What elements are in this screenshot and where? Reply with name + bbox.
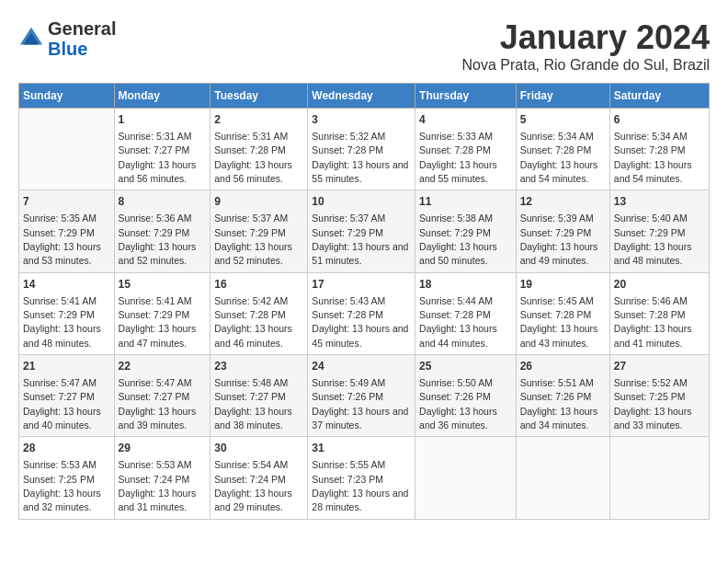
day-number: 10 [312, 194, 411, 210]
day-info: Sunrise: 5:48 AMSunset: 7:27 PMDaylight:… [214, 377, 292, 431]
week-row-4: 21 Sunrise: 5:47 AMSunset: 7:27 PMDaylig… [19, 355, 710, 437]
header-day-saturday: Saturday [609, 84, 709, 109]
day-cell: 12 Sunrise: 5:39 AMSunset: 7:29 PMDaylig… [516, 190, 609, 272]
day-info: Sunrise: 5:35 AMSunset: 7:29 PMDaylight:… [23, 213, 101, 266]
page-header: General Blue January 2024 Nova Prata, Ri… [18, 18, 710, 74]
day-info: Sunrise: 5:34 AMSunset: 7:28 PMDaylight:… [520, 131, 598, 184]
day-cell: 31 Sunrise: 5:55 AMSunset: 7:23 PMDaylig… [308, 437, 415, 519]
day-number: 12 [520, 194, 606, 210]
day-cell: 5 Sunrise: 5:34 AMSunset: 7:28 PMDayligh… [516, 109, 609, 190]
calendar-header: SundayMondayTuesdayWednesdayThursdayFrid… [19, 84, 710, 109]
day-number: 28 [23, 441, 110, 456]
day-cell: 23 Sunrise: 5:48 AMSunset: 7:27 PMDaylig… [210, 355, 308, 437]
day-number: 24 [312, 359, 411, 374]
header-day-monday: Monday [114, 84, 210, 109]
day-cell: 30 Sunrise: 5:54 AMSunset: 7:24 PMDaylig… [210, 437, 308, 519]
week-row-2: 7 Sunrise: 5:35 AMSunset: 7:29 PMDayligh… [19, 190, 710, 272]
day-number: 4 [419, 112, 512, 128]
header-row: SundayMondayTuesdayWednesdayThursdayFrid… [19, 84, 710, 109]
day-number: 6 [614, 112, 705, 128]
day-info: Sunrise: 5:47 AMSunset: 7:27 PMDaylight:… [119, 377, 197, 431]
day-info: Sunrise: 5:37 AMSunset: 7:29 PMDaylight:… [312, 213, 408, 266]
day-info: Sunrise: 5:41 AMSunset: 7:29 PMDaylight:… [23, 295, 101, 349]
day-cell: 2 Sunrise: 5:31 AMSunset: 7:28 PMDayligh… [210, 109, 308, 190]
day-number: 21 [23, 359, 110, 374]
day-cell: 4 Sunrise: 5:33 AMSunset: 7:28 PMDayligh… [415, 109, 517, 190]
day-info: Sunrise: 5:45 AMSunset: 7:28 PMDaylight:… [520, 295, 598, 349]
day-cell: 29 Sunrise: 5:53 AMSunset: 7:24 PMDaylig… [114, 437, 210, 519]
day-cell: 14 Sunrise: 5:41 AMSunset: 7:29 PMDaylig… [19, 272, 115, 354]
day-number: 7 [23, 194, 110, 210]
day-cell: 26 Sunrise: 5:51 AMSunset: 7:26 PMDaylig… [516, 355, 609, 437]
header-day-tuesday: Tuesday [210, 84, 308, 109]
day-number: 23 [214, 359, 303, 374]
day-cell [609, 437, 709, 519]
day-number: 1 [119, 112, 207, 128]
header-day-sunday: Sunday [19, 84, 115, 109]
day-number: 3 [312, 112, 411, 128]
day-cell: 18 Sunrise: 5:44 AMSunset: 7:28 PMDaylig… [415, 272, 517, 354]
day-info: Sunrise: 5:47 AMSunset: 7:27 PMDaylight:… [23, 377, 101, 431]
day-number: 26 [520, 359, 606, 374]
day-info: Sunrise: 5:36 AMSunset: 7:29 PMDaylight:… [119, 213, 197, 266]
day-info: Sunrise: 5:31 AMSunset: 7:28 PMDaylight:… [214, 131, 292, 184]
day-cell: 21 Sunrise: 5:47 AMSunset: 7:27 PMDaylig… [19, 355, 115, 437]
day-info: Sunrise: 5:46 AMSunset: 7:28 PMDaylight:… [614, 295, 692, 349]
day-info: Sunrise: 5:52 AMSunset: 7:25 PMDaylight:… [614, 377, 692, 431]
calendar-table: SundayMondayTuesdayWednesdayThursdayFrid… [18, 83, 710, 520]
day-number: 29 [119, 441, 207, 456]
day-number: 15 [119, 277, 207, 293]
day-cell [19, 109, 115, 190]
week-row-5: 28 Sunrise: 5:53 AMSunset: 7:25 PMDaylig… [19, 437, 710, 519]
day-info: Sunrise: 5:31 AMSunset: 7:27 PMDaylight:… [119, 131, 197, 184]
day-cell: 22 Sunrise: 5:47 AMSunset: 7:27 PMDaylig… [114, 355, 210, 437]
day-cell: 6 Sunrise: 5:34 AMSunset: 7:28 PMDayligh… [609, 109, 709, 190]
day-cell: 25 Sunrise: 5:50 AMSunset: 7:26 PMDaylig… [415, 355, 517, 437]
day-cell: 19 Sunrise: 5:45 AMSunset: 7:28 PMDaylig… [516, 272, 609, 354]
day-cell: 16 Sunrise: 5:42 AMSunset: 7:28 PMDaylig… [210, 272, 308, 354]
day-cell: 9 Sunrise: 5:37 AMSunset: 7:29 PMDayligh… [210, 190, 308, 272]
day-info: Sunrise: 5:51 AMSunset: 7:26 PMDaylight:… [520, 377, 598, 431]
day-cell: 8 Sunrise: 5:36 AMSunset: 7:29 PMDayligh… [114, 190, 210, 272]
header-day-wednesday: Wednesday [308, 84, 415, 109]
day-cell: 11 Sunrise: 5:38 AMSunset: 7:29 PMDaylig… [415, 190, 517, 272]
day-cell: 1 Sunrise: 5:31 AMSunset: 7:27 PMDayligh… [114, 109, 210, 190]
day-cell [415, 437, 517, 519]
day-number: 31 [312, 441, 411, 456]
day-cell: 24 Sunrise: 5:49 AMSunset: 7:26 PMDaylig… [308, 355, 415, 437]
day-number: 8 [119, 194, 207, 210]
day-info: Sunrise: 5:32 AMSunset: 7:28 PMDaylight:… [312, 131, 408, 184]
subtitle: Nova Prata, Rio Grande do Sul, Brazil [462, 57, 710, 74]
day-number: 27 [614, 359, 705, 374]
day-info: Sunrise: 5:38 AMSunset: 7:29 PMDaylight:… [419, 213, 497, 266]
day-info: Sunrise: 5:39 AMSunset: 7:29 PMDaylight:… [520, 213, 598, 266]
day-cell: 15 Sunrise: 5:41 AMSunset: 7:29 PMDaylig… [114, 272, 210, 354]
logo-text: General Blue [48, 18, 116, 59]
day-number: 17 [312, 277, 411, 293]
day-number: 25 [419, 359, 512, 374]
day-cell [516, 437, 609, 519]
day-info: Sunrise: 5:50 AMSunset: 7:26 PMDaylight:… [419, 377, 497, 431]
day-info: Sunrise: 5:34 AMSunset: 7:28 PMDaylight:… [614, 131, 692, 184]
day-cell: 20 Sunrise: 5:46 AMSunset: 7:28 PMDaylig… [609, 272, 709, 354]
logo: General Blue [18, 18, 116, 59]
day-cell: 13 Sunrise: 5:40 AMSunset: 7:29 PMDaylig… [609, 190, 709, 272]
day-cell: 7 Sunrise: 5:35 AMSunset: 7:29 PMDayligh… [19, 190, 115, 272]
day-number: 11 [419, 194, 512, 210]
day-number: 13 [614, 194, 705, 210]
day-info: Sunrise: 5:41 AMSunset: 7:29 PMDaylight:… [119, 295, 197, 349]
day-info: Sunrise: 5:44 AMSunset: 7:28 PMDaylight:… [419, 295, 497, 349]
day-cell: 28 Sunrise: 5:53 AMSunset: 7:25 PMDaylig… [19, 437, 115, 519]
logo-blue: Blue [48, 39, 87, 59]
day-number: 2 [214, 112, 303, 128]
day-info: Sunrise: 5:53 AMSunset: 7:24 PMDaylight:… [119, 459, 197, 512]
day-info: Sunrise: 5:49 AMSunset: 7:26 PMDaylight:… [312, 377, 408, 431]
day-number: 14 [23, 277, 110, 293]
day-info: Sunrise: 5:33 AMSunset: 7:28 PMDaylight:… [419, 131, 497, 184]
day-number: 20 [614, 277, 705, 293]
day-cell: 10 Sunrise: 5:37 AMSunset: 7:29 PMDaylig… [308, 190, 415, 272]
week-row-1: 1 Sunrise: 5:31 AMSunset: 7:27 PMDayligh… [19, 109, 710, 190]
day-cell: 27 Sunrise: 5:52 AMSunset: 7:25 PMDaylig… [609, 355, 709, 437]
main-title: January 2024 [462, 18, 710, 57]
week-row-3: 14 Sunrise: 5:41 AMSunset: 7:29 PMDaylig… [19, 272, 710, 354]
